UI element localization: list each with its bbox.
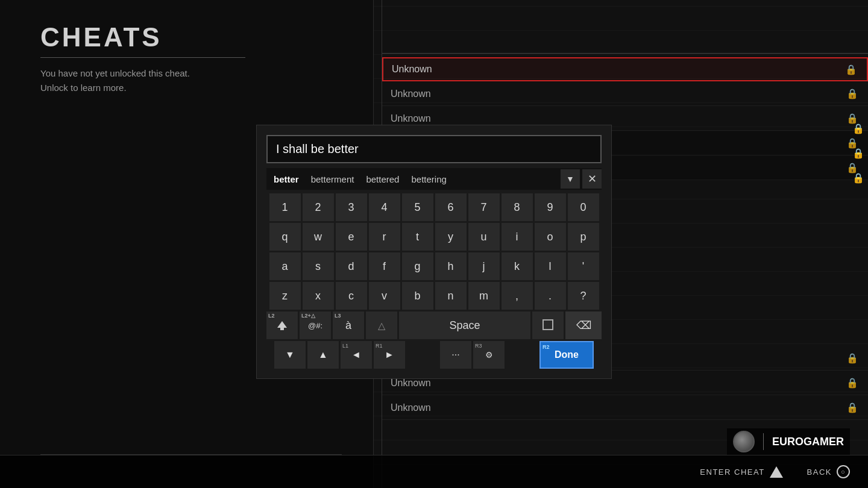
key-e[interactable]: e: [336, 223, 367, 251]
unlock-message: You have not yet unlocked this cheat. Un…: [40, 66, 245, 95]
lock-icon-empty-1: 🔒: [852, 123, 864, 134]
cheat-item-2[interactable]: Unknown 🔒: [382, 82, 868, 106]
key-symbols[interactable]: L2+△ @#:: [300, 311, 331, 339]
key-u[interactable]: u: [468, 223, 500, 251]
key-nav-right[interactable]: R1 ►: [374, 341, 405, 369]
lock-icon: 🔒: [846, 352, 858, 364]
key-i[interactable]: i: [502, 223, 533, 251]
key-nav-left[interactable]: L1 ◄: [341, 341, 372, 369]
svg-rect-1: [280, 328, 284, 330]
key-2[interactable]: 2: [303, 193, 334, 221]
cheat-text-input[interactable]: [266, 135, 602, 163]
key-q[interactable]: q: [269, 223, 301, 251]
key-r[interactable]: r: [369, 223, 400, 251]
key-s[interactable]: s: [303, 252, 334, 280]
autocomplete-word-3[interactable]: bettered: [366, 174, 399, 184]
key-square[interactable]: [532, 311, 564, 339]
key-c[interactable]: c: [336, 282, 367, 310]
key-nav-empty: [407, 341, 438, 369]
key-d[interactable]: d: [336, 252, 367, 280]
eurogamer-globe-icon: [733, 431, 755, 452]
autocomplete-word-1[interactable]: better: [274, 174, 299, 184]
key-7[interactable]: 7: [468, 193, 500, 221]
key-5[interactable]: 5: [402, 193, 433, 221]
bottom-bar: Enter Cheat Back ○: [0, 455, 868, 488]
zxcv-row: z x c v b n m , . ?: [266, 282, 602, 310]
key-done[interactable]: R2 Done: [539, 341, 594, 369]
key-z[interactable]: z: [269, 282, 301, 310]
circle-button-icon: ○: [837, 465, 850, 478]
asdf-row: a s d f g h j k l ': [266, 252, 602, 280]
enter-cheat-label: Enter Cheat: [700, 468, 764, 477]
key-b[interactable]: b: [402, 282, 433, 310]
autocomplete-dropdown-button[interactable]: ▼: [561, 169, 580, 189]
key-m[interactable]: m: [468, 282, 500, 310]
autocomplete-word-2[interactable]: betterment: [311, 174, 354, 184]
title-divider: [40, 57, 245, 58]
number-row: 1 2 3 4 5 6 7 8 9 0: [266, 193, 602, 221]
key-accent[interactable]: L3 à: [333, 311, 364, 339]
cheat-item-label: Unknown: [392, 64, 432, 75]
key-nav-gamepad[interactable]: R3 ⚙: [473, 341, 505, 369]
key-shift[interactable]: L2: [266, 311, 298, 339]
lock-icon: 🔒: [845, 64, 857, 75]
key-nav-up[interactable]: ▲: [307, 341, 339, 369]
svg-marker-0: [277, 321, 287, 328]
key-1[interactable]: 1: [269, 193, 301, 221]
key-o[interactable]: o: [535, 223, 566, 251]
key-nav-dots[interactable]: ···: [440, 341, 471, 369]
key-x[interactable]: x: [303, 282, 334, 310]
key-nav-empty2: [506, 341, 538, 369]
page-title: CHEATS: [40, 22, 162, 52]
cheat-item-label: Unknown: [391, 89, 431, 99]
lock-icon: 🔒: [846, 402, 858, 413]
keyboard-overlay: better betterment bettered bettering ▼ ✕…: [256, 125, 612, 379]
key-h[interactable]: h: [435, 252, 467, 280]
key-question[interactable]: ?: [568, 282, 599, 310]
key-3[interactable]: 3: [336, 193, 367, 221]
key-v[interactable]: v: [369, 282, 400, 310]
autocomplete-word-4[interactable]: bettering: [411, 174, 446, 184]
keyboard-rows: 1 2 3 4 5 6 7 8 9 0 q w e r t y u i o p …: [266, 193, 602, 369]
key-9[interactable]: 9: [535, 193, 566, 221]
nav-row: ▼ ▲ L1 ◄ R1 ► ··· R3 ⚙: [266, 341, 602, 369]
key-a[interactable]: a: [269, 252, 301, 280]
key-t[interactable]: t: [402, 223, 433, 251]
key-nav-down[interactable]: ▼: [274, 341, 306, 369]
key-4[interactable]: 4: [369, 193, 400, 221]
cheat-item-label: Unknown: [391, 378, 431, 389]
back-label: Back: [807, 468, 832, 477]
back-action[interactable]: Back ○: [807, 465, 850, 478]
autocomplete-close-button[interactable]: ✕: [582, 169, 602, 189]
key-n[interactable]: n: [435, 282, 467, 310]
key-y[interactable]: y: [435, 223, 467, 251]
autocomplete-bar: better betterment bettered bettering ▼ ✕: [266, 168, 602, 190]
enter-cheat-action[interactable]: Enter Cheat: [700, 466, 782, 478]
key-w[interactable]: w: [303, 223, 334, 251]
triangle-button-icon: [770, 466, 783, 478]
key-apostrophe[interactable]: ': [568, 252, 599, 280]
autocomplete-words: better betterment bettered bettering: [266, 174, 561, 184]
key-0[interactable]: 0: [568, 193, 599, 221]
cheat-item-bottom-3[interactable]: Unknown 🔒: [382, 396, 868, 420]
key-backspace[interactable]: ⌫: [565, 311, 602, 339]
key-k[interactable]: k: [502, 252, 533, 280]
special-row-1: L2 L2+△ @#: L3 à △ Space: [266, 311, 602, 339]
key-6[interactable]: 6: [435, 193, 467, 221]
key-f[interactable]: f: [369, 252, 400, 280]
watermark-divider: [763, 433, 764, 450]
key-triangle[interactable]: △: [366, 311, 397, 339]
key-p[interactable]: p: [568, 223, 599, 251]
key-l[interactable]: l: [535, 252, 566, 280]
top-line: [382, 53, 868, 54]
key-8[interactable]: 8: [502, 193, 533, 221]
lock-icon: 🔒: [846, 88, 858, 99]
key-space[interactable]: Space: [399, 311, 530, 339]
lock-icon-empty-3: 🔒: [852, 172, 864, 184]
key-g[interactable]: g: [402, 252, 433, 280]
key-comma[interactable]: ,: [502, 282, 533, 310]
lock-icon-empty-2: 🔒: [852, 148, 864, 159]
key-period[interactable]: .: [535, 282, 566, 310]
cheat-item-selected[interactable]: Unknown 🔒: [382, 57, 868, 81]
key-j[interactable]: j: [468, 252, 500, 280]
